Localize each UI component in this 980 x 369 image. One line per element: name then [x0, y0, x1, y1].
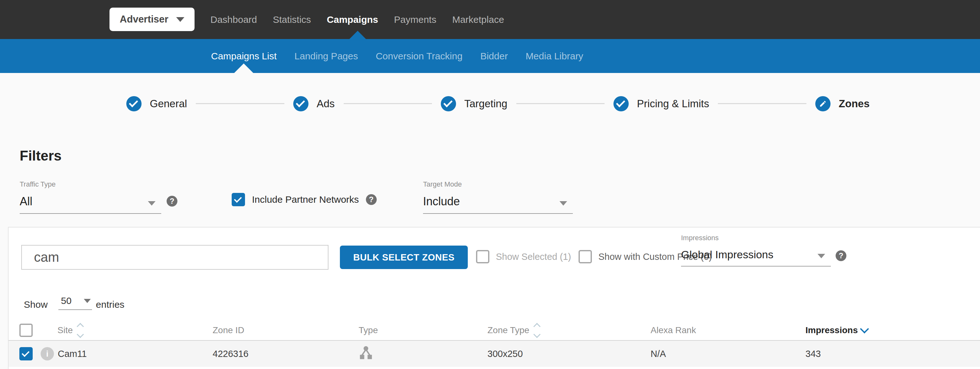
impressions-filter-value: Global Impressions [681, 248, 773, 261]
secondary-nav: Campaigns List Landing Pages Conversion … [211, 39, 583, 73]
app-root: Advertiser Dashboard Statistics Campaign… [0, 0, 980, 369]
type-cell [359, 345, 487, 362]
column-label: Site [57, 325, 73, 336]
info-glyph: i [46, 349, 49, 358]
page-size-select[interactable]: 50 [58, 296, 92, 310]
column-label: Alexa Rank [651, 325, 696, 336]
zone-type-cell: 300x250 [487, 349, 651, 359]
step-label: General [150, 98, 187, 110]
bulk-select-zones-button[interactable]: BULK SELECT ZONES [340, 246, 468, 269]
entries-label: entries [96, 299, 124, 310]
target-mode-field: Target Mode Include [423, 180, 573, 214]
help-glyph: ? [170, 197, 175, 205]
sort-icon [535, 324, 539, 337]
subnav-item-campaigns-list[interactable]: Campaigns List [211, 51, 277, 62]
chevron-down-icon [176, 17, 185, 22]
column-header-zone-type[interactable]: Zone Type [487, 324, 651, 337]
step-pricing-limits[interactable]: Pricing & Limits [614, 96, 709, 111]
check-icon [126, 96, 142, 111]
step-connector [718, 103, 806, 104]
zone-id-cell: 4226316 [213, 349, 359, 359]
help-glyph: ? [839, 251, 843, 260]
subnav-item-media-library[interactable]: Media Library [525, 51, 583, 62]
show-selected-group: Show Selected (1) [476, 250, 571, 263]
show-label: Show [24, 299, 48, 310]
role-selector-button[interactable]: Advertiser [110, 8, 194, 31]
check-icon [293, 96, 309, 111]
chevron-down-icon [560, 201, 567, 205]
filters-section: Filters Traffic Type All ? Include Partn… [0, 134, 980, 227]
partner-networks-help-icon[interactable]: ? [366, 194, 377, 205]
subnav-item-bidder[interactable]: Bidder [480, 51, 508, 62]
include-partner-networks-checkbox[interactable] [232, 193, 245, 206]
check-icon [614, 96, 629, 111]
chevron-down-icon [84, 299, 91, 303]
nav-item-statistics[interactable]: Statistics [273, 14, 311, 25]
column-header-impressions[interactable]: Impressions [805, 325, 980, 336]
step-targeting[interactable]: Targeting [441, 96, 508, 111]
target-mode-select[interactable]: Include [423, 190, 573, 214]
impressions-help-icon[interactable]: ? [835, 250, 846, 261]
target-mode-value: Include [423, 195, 460, 208]
zone-search-input[interactable] [21, 245, 328, 270]
column-label: Impressions [805, 325, 858, 336]
filters-title: Filters [20, 148, 62, 164]
step-label: Ads [317, 98, 335, 110]
subnav-item-landing-pages[interactable]: Landing Pages [294, 51, 358, 62]
step-zones[interactable]: Zones [815, 96, 870, 111]
show-selected-label: Show Selected (1) [496, 251, 571, 262]
impressions-filter-label: Impressions [681, 234, 831, 242]
row-checkbox[interactable] [19, 347, 33, 360]
page-size-control: Show 50 entries [24, 296, 124, 310]
impressions-filter-field: Impressions Global Impressions [681, 234, 831, 267]
step-label: Targeting [464, 98, 508, 110]
header-select-all [9, 324, 40, 337]
step-ads[interactable]: Ads [293, 96, 335, 111]
active-tab-notch [234, 64, 253, 73]
row-select-cell [9, 347, 40, 360]
zones-table-header: Site Zone ID Type Zone Type Alexa Rank I… [9, 320, 980, 341]
traffic-type-select[interactable]: All [20, 190, 161, 214]
chevron-down-icon [148, 201, 156, 205]
target-mode-label: Target Mode [423, 180, 573, 188]
alexa-rank-cell: N/A [651, 349, 805, 359]
nav-item-dashboard[interactable]: Dashboard [210, 14, 257, 25]
page-size-value: 50 [61, 296, 72, 306]
zones-toolbar: BULK SELECT ZONES Show Selected (1) Show… [21, 245, 712, 270]
traffic-type-help-icon[interactable]: ? [167, 196, 177, 207]
help-glyph: ? [369, 195, 374, 204]
step-general[interactable]: General [126, 96, 187, 111]
show-selected-checkbox[interactable] [476, 250, 489, 263]
step-connector [516, 103, 605, 104]
nav-item-campaigns[interactable]: Campaigns [327, 14, 378, 25]
nav-item-marketplace[interactable]: Marketplace [452, 14, 504, 25]
select-all-checkbox[interactable] [19, 324, 33, 337]
column-header-zone-id[interactable]: Zone ID [213, 325, 359, 336]
subnav-item-conversion-tracking[interactable]: Conversion Tracking [376, 51, 462, 62]
column-label: Zone Type [487, 325, 529, 336]
step-label: Pricing & Limits [637, 98, 709, 110]
zones-panel: BULK SELECT ZONES Show Selected (1) Show… [8, 227, 980, 369]
pencil-icon [815, 96, 830, 111]
secondary-navigation-bar: Campaigns List Landing Pages Conversion … [0, 39, 980, 73]
sort-icon [78, 324, 83, 337]
check-icon [441, 96, 456, 111]
column-label: Zone ID [213, 325, 244, 336]
step-connector [196, 103, 284, 104]
role-selector-label: Advertiser [119, 14, 168, 25]
column-header-site[interactable]: Site [40, 324, 213, 337]
info-icon[interactable]: i [41, 347, 54, 360]
impressions-cell: 343 [805, 349, 980, 359]
network-split-icon [359, 345, 373, 360]
sort-desc-icon [860, 324, 869, 334]
site-name: Cam11 [58, 349, 87, 359]
table-row[interactable]: i Cam11 4226316 300x250 N/A 343 [9, 341, 980, 367]
column-header-alexa-rank[interactable]: Alexa Rank [651, 325, 805, 336]
campaign-wizard-stepper: General Ads Targeting Pricing & Limits Z… [0, 73, 980, 134]
traffic-type-value: All [20, 195, 32, 208]
column-header-type[interactable]: Type [359, 325, 487, 336]
show-custom-price-checkbox[interactable] [579, 250, 592, 263]
step-label: Zones [839, 98, 870, 110]
impressions-filter-select[interactable]: Global Impressions [681, 244, 831, 267]
nav-item-payments[interactable]: Payments [394, 14, 436, 25]
